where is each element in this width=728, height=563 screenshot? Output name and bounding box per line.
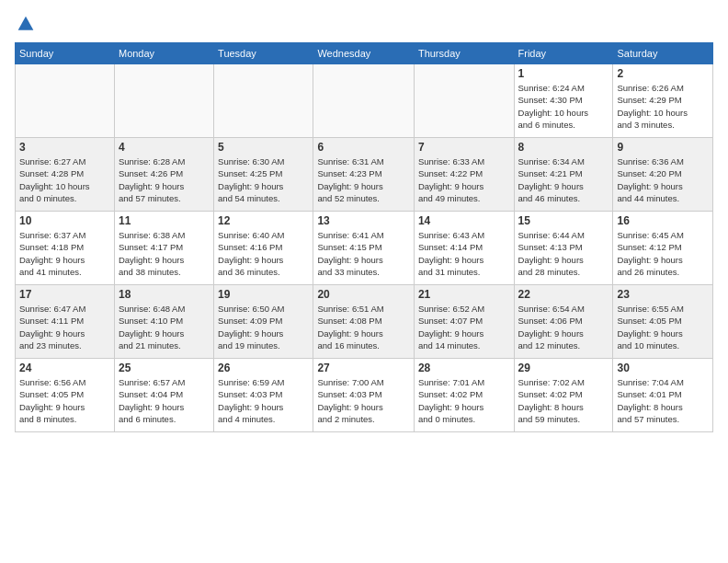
day-number: 18 <box>119 288 210 301</box>
day-number: 16 <box>617 214 709 227</box>
calendar-cell: 16Sunrise: 6:45 AM Sunset: 4:12 PM Dayli… <box>613 212 713 285</box>
day-number: 19 <box>218 288 309 301</box>
day-number: 3 <box>19 141 110 154</box>
calendar-cell: 7Sunrise: 6:33 AM Sunset: 4:22 PM Daylig… <box>414 138 514 212</box>
weekday-header-wednesday: Wednesday <box>313 43 415 64</box>
calendar-cell: 2Sunrise: 6:26 AM Sunset: 4:29 PM Daylig… <box>613 64 713 138</box>
day-info: Sunrise: 7:00 AM Sunset: 4:03 PM Dayligh… <box>317 376 410 425</box>
day-number: 8 <box>518 141 609 154</box>
calendar-cell: 15Sunrise: 6:44 AM Sunset: 4:13 PM Dayli… <box>514 212 613 285</box>
calendar-cell <box>414 64 514 138</box>
day-number: 1 <box>518 67 609 80</box>
calendar-cell <box>214 64 313 138</box>
calendar-table: SundayMondayTuesdayWednesdayThursdayFrid… <box>15 42 713 432</box>
calendar-cell: 28Sunrise: 7:01 AM Sunset: 4:02 PM Dayli… <box>414 359 514 432</box>
day-info: Sunrise: 6:31 AM Sunset: 4:23 PM Dayligh… <box>317 155 410 204</box>
calendar-cell <box>16 64 115 138</box>
day-number: 29 <box>518 362 609 374</box>
calendar-cell: 8Sunrise: 6:34 AM Sunset: 4:21 PM Daylig… <box>514 138 613 212</box>
day-info: Sunrise: 6:37 AM Sunset: 4:18 PM Dayligh… <box>19 229 110 278</box>
day-number: 7 <box>418 141 510 154</box>
day-number: 26 <box>218 362 309 374</box>
day-number: 6 <box>317 141 410 154</box>
weekday-header-thursday: Thursday <box>414 43 514 64</box>
day-info: Sunrise: 6:51 AM Sunset: 4:08 PM Dayligh… <box>317 303 410 351</box>
day-info: Sunrise: 6:57 AM Sunset: 4:04 PM Dayligh… <box>119 376 210 425</box>
day-number: 15 <box>518 214 609 227</box>
day-info: Sunrise: 6:56 AM Sunset: 4:05 PM Dayligh… <box>19 376 110 425</box>
week-row-2: 10Sunrise: 6:37 AM Sunset: 4:18 PM Dayli… <box>16 212 713 285</box>
weekday-header-sunday: Sunday <box>16 43 115 64</box>
calendar-cell: 20Sunrise: 6:51 AM Sunset: 4:08 PM Dayli… <box>313 285 415 359</box>
calendar-cell: 5Sunrise: 6:30 AM Sunset: 4:25 PM Daylig… <box>214 138 313 212</box>
logo <box>15 15 35 33</box>
day-info: Sunrise: 6:24 AM Sunset: 4:30 PM Dayligh… <box>518 82 609 131</box>
calendar-cell: 18Sunrise: 6:48 AM Sunset: 4:10 PM Dayli… <box>114 285 213 359</box>
calendar-cell: 27Sunrise: 7:00 AM Sunset: 4:03 PM Dayli… <box>313 359 415 432</box>
calendar-cell: 3Sunrise: 6:27 AM Sunset: 4:28 PM Daylig… <box>16 138 115 212</box>
day-number: 14 <box>418 214 510 227</box>
day-info: Sunrise: 6:47 AM Sunset: 4:11 PM Dayligh… <box>19 303 110 351</box>
weekday-header-friday: Friday <box>514 43 613 64</box>
calendar-cell <box>114 64 213 138</box>
page: SundayMondayTuesdayWednesdayThursdayFrid… <box>0 0 728 563</box>
calendar-cell: 21Sunrise: 6:52 AM Sunset: 4:07 PM Dayli… <box>414 285 514 359</box>
calendar-cell: 10Sunrise: 6:37 AM Sunset: 4:18 PM Dayli… <box>16 212 115 285</box>
day-number: 10 <box>19 214 110 227</box>
day-number: 25 <box>119 362 210 374</box>
week-row-3: 17Sunrise: 6:47 AM Sunset: 4:11 PM Dayli… <box>16 285 713 359</box>
day-number: 11 <box>119 214 210 227</box>
day-number: 24 <box>19 362 110 374</box>
day-info: Sunrise: 7:01 AM Sunset: 4:02 PM Dayligh… <box>418 376 510 425</box>
calendar-cell <box>313 64 415 138</box>
day-info: Sunrise: 6:43 AM Sunset: 4:14 PM Dayligh… <box>418 229 510 278</box>
weekday-header-tuesday: Tuesday <box>214 43 313 64</box>
calendar-cell: 17Sunrise: 6:47 AM Sunset: 4:11 PM Dayli… <box>16 285 115 359</box>
calendar-cell: 1Sunrise: 6:24 AM Sunset: 4:30 PM Daylig… <box>514 64 613 138</box>
calendar-cell: 6Sunrise: 6:31 AM Sunset: 4:23 PM Daylig… <box>313 138 415 212</box>
day-info: Sunrise: 7:04 AM Sunset: 4:01 PM Dayligh… <box>617 376 709 425</box>
calendar-cell: 9Sunrise: 6:36 AM Sunset: 4:20 PM Daylig… <box>613 138 713 212</box>
day-info: Sunrise: 6:48 AM Sunset: 4:10 PM Dayligh… <box>119 303 210 351</box>
calendar-cell: 24Sunrise: 6:56 AM Sunset: 4:05 PM Dayli… <box>16 359 115 432</box>
week-row-1: 3Sunrise: 6:27 AM Sunset: 4:28 PM Daylig… <box>16 138 713 212</box>
calendar-cell: 13Sunrise: 6:41 AM Sunset: 4:15 PM Dayli… <box>313 212 415 285</box>
day-info: Sunrise: 6:40 AM Sunset: 4:16 PM Dayligh… <box>218 229 309 278</box>
day-info: Sunrise: 6:59 AM Sunset: 4:03 PM Dayligh… <box>218 376 309 425</box>
day-number: 4 <box>119 141 210 154</box>
day-number: 13 <box>317 214 410 227</box>
weekday-header-monday: Monday <box>114 43 213 64</box>
day-info: Sunrise: 6:28 AM Sunset: 4:26 PM Dayligh… <box>119 155 210 204</box>
calendar-cell: 19Sunrise: 6:50 AM Sunset: 4:09 PM Dayli… <box>214 285 313 359</box>
day-info: Sunrise: 6:26 AM Sunset: 4:29 PM Dayligh… <box>617 82 709 131</box>
day-info: Sunrise: 6:34 AM Sunset: 4:21 PM Dayligh… <box>518 155 609 204</box>
day-info: Sunrise: 6:52 AM Sunset: 4:07 PM Dayligh… <box>418 303 510 351</box>
day-number: 28 <box>418 362 510 374</box>
week-row-0: 1Sunrise: 6:24 AM Sunset: 4:30 PM Daylig… <box>16 64 713 138</box>
day-info: Sunrise: 6:55 AM Sunset: 4:05 PM Dayligh… <box>617 303 709 351</box>
day-number: 2 <box>617 67 709 80</box>
day-info: Sunrise: 6:44 AM Sunset: 4:13 PM Dayligh… <box>518 229 609 278</box>
day-number: 21 <box>418 288 510 301</box>
day-info: Sunrise: 7:02 AM Sunset: 4:02 PM Dayligh… <box>518 376 609 425</box>
week-row-4: 24Sunrise: 6:56 AM Sunset: 4:05 PM Dayli… <box>16 359 713 432</box>
calendar-cell: 22Sunrise: 6:54 AM Sunset: 4:06 PM Dayli… <box>514 285 613 359</box>
calendar-cell: 4Sunrise: 6:28 AM Sunset: 4:26 PM Daylig… <box>114 138 213 212</box>
day-number: 22 <box>518 288 609 301</box>
day-number: 5 <box>218 141 309 154</box>
day-info: Sunrise: 6:30 AM Sunset: 4:25 PM Dayligh… <box>218 155 309 204</box>
day-info: Sunrise: 6:36 AM Sunset: 4:20 PM Dayligh… <box>617 155 709 204</box>
calendar-cell: 29Sunrise: 7:02 AM Sunset: 4:02 PM Dayli… <box>514 359 613 432</box>
day-info: Sunrise: 6:45 AM Sunset: 4:12 PM Dayligh… <box>617 229 709 278</box>
day-number: 9 <box>617 141 709 154</box>
day-number: 17 <box>19 288 110 301</box>
day-number: 20 <box>317 288 410 301</box>
svg-marker-0 <box>18 17 34 30</box>
day-info: Sunrise: 6:38 AM Sunset: 4:17 PM Dayligh… <box>119 229 210 278</box>
logo-icon <box>17 15 35 33</box>
weekday-header-row: SundayMondayTuesdayWednesdayThursdayFrid… <box>16 43 713 64</box>
day-info: Sunrise: 6:50 AM Sunset: 4:09 PM Dayligh… <box>218 303 309 351</box>
weekday-header-saturday: Saturday <box>613 43 713 64</box>
calendar-cell: 25Sunrise: 6:57 AM Sunset: 4:04 PM Dayli… <box>114 359 213 432</box>
calendar-cell: 11Sunrise: 6:38 AM Sunset: 4:17 PM Dayli… <box>114 212 213 285</box>
